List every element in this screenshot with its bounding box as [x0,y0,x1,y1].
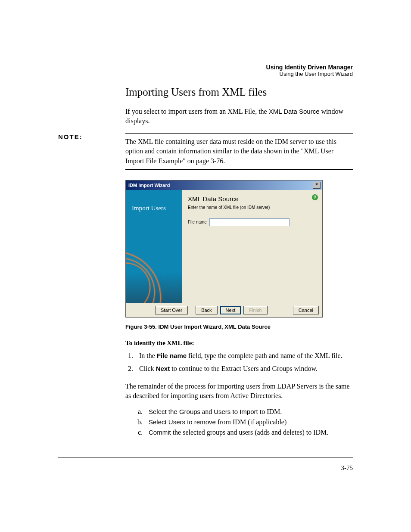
cancel-button[interactable]: Cancel [293,306,319,314]
step-2: Click Next to continue to the Extract Us… [135,364,353,373]
section-heading: Importing Users from XML files [125,86,353,98]
substep-a: Select the Groups and Users to Import to… [144,408,353,416]
start-over-button[interactable]: Start Over [155,306,188,314]
wizard-window: IDM Import Wizard × Import Users ? XML D… [125,180,323,317]
close-icon[interactable]: × [313,182,321,189]
wizard-main-desc: Enter the name of XML file (on IDM serve… [188,205,316,210]
wizard-titlebar: IDM Import Wizard × [126,180,322,190]
header-title: Using Identity Driven Manager [266,64,353,71]
substep-b: Select Users to remove from IDM (if appl… [144,418,353,426]
identify-heading: To identify the XML file: [125,339,353,347]
substeps-list: Select the Groups and Users to Import to… [125,408,353,436]
page-number: 3-75 [58,464,353,472]
back-button[interactable]: Back [196,306,217,314]
substep-c: Commit the selected groups and users (ad… [144,429,353,436]
wizard-side-title: Import Users [126,190,182,212]
steps-list: In the File name field, type the complet… [125,351,353,374]
file-name-label: File name [188,220,207,224]
next-button[interactable]: Next [220,306,241,314]
footer-rule [58,457,353,457]
wizard-main-panel: ? XML Data Source Enter the name of XML … [182,190,322,303]
wizard-title: IDM Import Wizard [128,183,170,188]
note-text: The XML file containing user data must r… [125,137,353,166]
decorative-art [126,251,182,303]
figure-wizard: IDM Import Wizard × Import Users ? XML D… [125,180,353,317]
wizard-side-panel: Import Users [126,190,182,303]
figure-caption: Figure 3-55. IDM User Import Wizard, XML… [125,324,353,330]
help-icon[interactable]: ? [312,194,318,200]
wizard-button-bar: Start Over Back Next Finish Cancel [126,303,322,317]
intro-paragraph: If you select to import users from an XM… [125,107,353,126]
step-1: In the File name field, type the complet… [135,351,353,361]
note-block: The XML file containing user data must r… [125,133,353,170]
wizard-main-title: XML Data Source [188,195,316,202]
page-header: Using Identity Driven Manager Using the … [266,64,353,77]
note-label: NOTE: [58,133,83,140]
header-subtitle: Using the User Import Wizard [266,71,353,77]
finish-button: Finish [243,306,267,314]
file-name-input[interactable] [209,218,290,226]
remainder-text: The remainder of the process for importi… [125,382,353,401]
